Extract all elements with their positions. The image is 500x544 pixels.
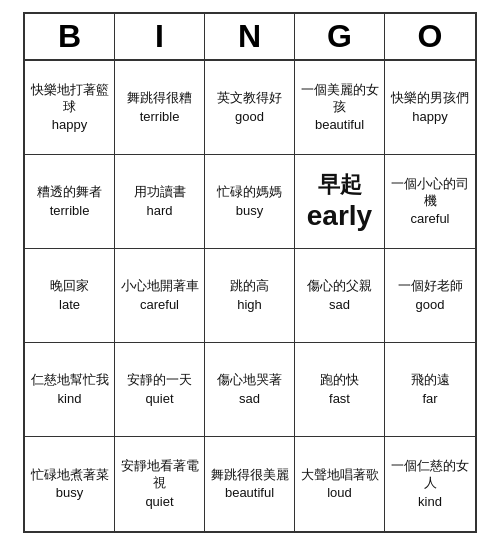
bingo-cell-9: 一個小心的司機careful xyxy=(385,155,475,249)
cell-english-21: quiet xyxy=(145,494,173,509)
bingo-cell-2: 英文教得好good xyxy=(205,61,295,155)
cell-english-22: beautiful xyxy=(225,485,274,500)
cell-english-4: happy xyxy=(412,109,447,124)
cell-chinese-16: 安靜的一天 xyxy=(127,372,192,389)
bingo-cell-10: 晚回家late xyxy=(25,249,115,343)
cell-english-19: far xyxy=(422,391,437,406)
cell-english-5: terrible xyxy=(50,203,90,218)
cell-chinese-0: 快樂地打著籃球 xyxy=(28,82,111,116)
cell-chinese-5: 糟透的舞者 xyxy=(37,184,102,201)
cell-english-23: loud xyxy=(327,485,352,500)
cell-chinese-6: 用功讀書 xyxy=(134,184,186,201)
cell-chinese-19: 飛的遠 xyxy=(411,372,450,389)
bingo-cell-3: 一個美麗的女孩beautiful xyxy=(295,61,385,155)
cell-english-13: sad xyxy=(329,297,350,312)
bingo-cell-16: 安靜的一天quiet xyxy=(115,343,205,437)
bingo-cell-23: 大聲地唱著歌loud xyxy=(295,437,385,531)
bingo-cell-4: 快樂的男孩們happy xyxy=(385,61,475,155)
cell-english-8: early xyxy=(307,200,372,232)
cell-english-24: kind xyxy=(418,494,442,509)
bingo-cell-21: 安靜地看著電視quiet xyxy=(115,437,205,531)
header-letter-B: B xyxy=(25,14,115,59)
cell-chinese-9: 一個小心的司機 xyxy=(388,176,472,210)
bingo-cell-24: 一個仁慈的女人kind xyxy=(385,437,475,531)
bingo-cell-8: 早起early xyxy=(295,155,385,249)
bingo-cell-15: 仁慈地幫忙我kind xyxy=(25,343,115,437)
bingo-cell-1: 舞跳得很糟terrible xyxy=(115,61,205,155)
bingo-cell-17: 傷心地哭著sad xyxy=(205,343,295,437)
bingo-cell-13: 傷心的父親sad xyxy=(295,249,385,343)
bingo-header: BINGO xyxy=(25,14,475,61)
bingo-cell-14: 一個好老師good xyxy=(385,249,475,343)
header-letter-N: N xyxy=(205,14,295,59)
bingo-board: BINGO 快樂地打著籃球happy舞跳得很糟terrible英文教得好good… xyxy=(23,12,477,533)
bingo-cell-12: 跳的高high xyxy=(205,249,295,343)
cell-chinese-2: 英文教得好 xyxy=(217,90,282,107)
cell-english-20: busy xyxy=(56,485,83,500)
cell-english-0: happy xyxy=(52,117,87,132)
cell-chinese-15: 仁慈地幫忙我 xyxy=(31,372,109,389)
cell-chinese-18: 跑的快 xyxy=(320,372,359,389)
cell-english-6: hard xyxy=(146,203,172,218)
bingo-cell-0: 快樂地打著籃球happy xyxy=(25,61,115,155)
cell-english-11: careful xyxy=(140,297,179,312)
cell-english-14: good xyxy=(416,297,445,312)
bingo-cell-5: 糟透的舞者terrible xyxy=(25,155,115,249)
cell-chinese-7: 忙碌的媽媽 xyxy=(217,184,282,201)
cell-english-9: careful xyxy=(410,211,449,226)
cell-chinese-21: 安靜地看著電視 xyxy=(118,458,201,492)
cell-english-1: terrible xyxy=(140,109,180,124)
cell-english-7: busy xyxy=(236,203,263,218)
bingo-cell-18: 跑的快fast xyxy=(295,343,385,437)
bingo-cell-22: 舞跳得很美麗beautiful xyxy=(205,437,295,531)
cell-english-16: quiet xyxy=(145,391,173,406)
cell-english-10: late xyxy=(59,297,80,312)
header-letter-I: I xyxy=(115,14,205,59)
cell-chinese-14: 一個好老師 xyxy=(398,278,463,295)
cell-english-12: high xyxy=(237,297,262,312)
bingo-cell-20: 忙碌地煮著菜busy xyxy=(25,437,115,531)
cell-english-3: beautiful xyxy=(315,117,364,132)
cell-english-15: kind xyxy=(58,391,82,406)
header-letter-G: G xyxy=(295,14,385,59)
cell-chinese-11: 小心地開著車 xyxy=(121,278,199,295)
cell-english-2: good xyxy=(235,109,264,124)
cell-chinese-17: 傷心地哭著 xyxy=(217,372,282,389)
bingo-cell-7: 忙碌的媽媽busy xyxy=(205,155,295,249)
bingo-grid: 快樂地打著籃球happy舞跳得很糟terrible英文教得好good一個美麗的女… xyxy=(25,61,475,531)
cell-chinese-8: 早起 xyxy=(318,170,362,200)
cell-english-17: sad xyxy=(239,391,260,406)
cell-chinese-20: 忙碌地煮著菜 xyxy=(31,467,109,484)
bingo-cell-6: 用功讀書hard xyxy=(115,155,205,249)
bingo-cell-11: 小心地開著車careful xyxy=(115,249,205,343)
header-letter-O: O xyxy=(385,14,475,59)
cell-chinese-22: 舞跳得很美麗 xyxy=(211,467,289,484)
bingo-cell-19: 飛的遠far xyxy=(385,343,475,437)
cell-chinese-12: 跳的高 xyxy=(230,278,269,295)
cell-chinese-23: 大聲地唱著歌 xyxy=(301,467,379,484)
cell-chinese-3: 一個美麗的女孩 xyxy=(298,82,381,116)
cell-chinese-10: 晚回家 xyxy=(50,278,89,295)
cell-english-18: fast xyxy=(329,391,350,406)
cell-chinese-13: 傷心的父親 xyxy=(307,278,372,295)
cell-chinese-24: 一個仁慈的女人 xyxy=(388,458,472,492)
cell-chinese-1: 舞跳得很糟 xyxy=(127,90,192,107)
cell-chinese-4: 快樂的男孩們 xyxy=(391,90,469,107)
